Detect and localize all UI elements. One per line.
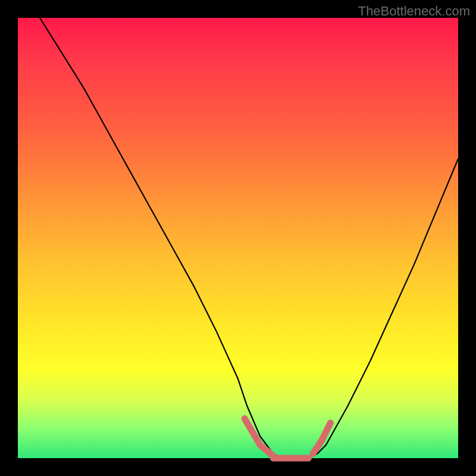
plot-area — [18, 18, 458, 458]
series-highlight-left — [245, 418, 273, 456]
chart-svg — [18, 18, 458, 458]
series-curve — [40, 18, 458, 458]
watermark-text: TheBottleneck.com — [358, 4, 470, 19]
chart-container: TheBottleneck.com — [0, 0, 476, 476]
